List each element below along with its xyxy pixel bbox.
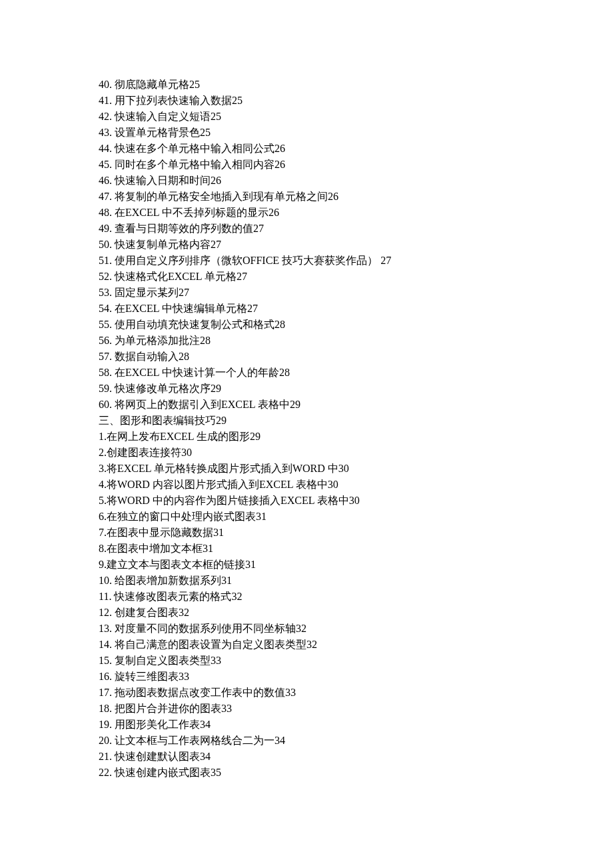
toc-entry: 10. 给图表增加新数据系列31 — [99, 573, 613, 589]
toc-entry: 53. 固定显示某列27 — [99, 285, 613, 301]
toc-entry: 4.将WORD 内容以图片形式插入到EXCEL 表格中30 — [99, 477, 613, 493]
toc-entry: 15. 复制自定义图表类型33 — [99, 653, 613, 669]
toc-entry: 43. 设置单元格背景色25 — [99, 125, 613, 141]
toc-entry: 51. 使用自定义序列排序（微软OFFICE 技巧大赛获奖作品） 27 — [99, 253, 613, 269]
toc-entry: 21. 快速创建默认图表34 — [99, 749, 613, 765]
toc-entry: 41. 用下拉列表快速输入数据25 — [99, 93, 613, 109]
toc-entry: 19. 用图形美化工作表34 — [99, 717, 613, 733]
toc-entry: 17. 拖动图表数据点改变工作表中的数值33 — [99, 685, 613, 701]
toc-entry: 1.在网上发布EXCEL 生成的图形29 — [99, 429, 613, 445]
toc-entry: 16. 旋转三维图表33 — [99, 669, 613, 685]
toc-entry: 3.将EXCEL 单元格转换成图片形式插入到WORD 中30 — [99, 461, 613, 477]
toc-entry: 三、图形和图表编辑技巧29 — [99, 413, 613, 429]
toc-entry: 5.将WORD 中的内容作为图片链接插入EXCEL 表格中30 — [99, 493, 613, 509]
toc-entry: 54. 在EXCEL 中快速编辑单元格27 — [99, 301, 613, 317]
toc-entry: 20. 让文本框与工作表网格线合二为一34 — [99, 733, 613, 749]
toc-entry: 9.建立文本与图表文本框的链接31 — [99, 557, 613, 573]
toc-entry: 55. 使用自动填充快速复制公式和格式28 — [99, 317, 613, 333]
toc-entry: 8.在图表中增加文本框31 — [99, 541, 613, 557]
toc-entry: 48. 在EXCEL 中不丢掉列标题的显示26 — [99, 205, 613, 221]
toc-entry: 13. 对度量不同的数据系列使用不同坐标轴32 — [99, 621, 613, 637]
toc-entry: 49. 查看与日期等效的序列数的值27 — [99, 221, 613, 237]
toc-entry: 47. 将复制的单元格安全地插入到现有单元格之间26 — [99, 189, 613, 205]
toc-entry: 44. 快速在多个单元格中输入相同公式26 — [99, 141, 613, 157]
toc-entry: 60. 将网页上的数据引入到EXCEL 表格中29 — [99, 397, 613, 413]
toc-entry: 40. 彻底隐藏单元格25 — [99, 77, 613, 93]
toc-entry: 45. 同时在多个单元格中输入相同内容26 — [99, 157, 613, 173]
toc-entry: 42. 快速输入自定义短语25 — [99, 109, 613, 125]
toc-entry: 59. 快速修改单元格次序29 — [99, 381, 613, 397]
toc-entry: 2.创建图表连接符30 — [99, 445, 613, 461]
toc-entry: 22. 快速创建内嵌式图表35 — [99, 765, 613, 781]
toc-entry: 18. 把图片合并进你的图表33 — [99, 701, 613, 717]
toc-entry: 14. 将自己满意的图表设置为自定义图表类型32 — [99, 637, 613, 653]
toc-entry: 12. 创建复合图表32 — [99, 605, 613, 621]
toc-entry: 11. 快速修改图表元素的格式32 — [99, 589, 613, 605]
table-of-contents: 40. 彻底隐藏单元格2541. 用下拉列表快速输入数据2542. 快速输入自定… — [99, 77, 613, 781]
toc-entry: 7.在图表中显示隐藏数据31 — [99, 525, 613, 541]
toc-entry: 52. 快速格式化EXCEL 单元格27 — [99, 269, 613, 285]
toc-entry: 58. 在EXCEL 中快速计算一个人的年龄28 — [99, 365, 613, 381]
toc-entry: 6.在独立的窗口中处理内嵌式图表31 — [99, 509, 613, 525]
toc-entry: 50. 快速复制单元格内容27 — [99, 237, 613, 253]
toc-entry: 57. 数据自动输入28 — [99, 349, 613, 365]
toc-entry: 56. 为单元格添加批注28 — [99, 333, 613, 349]
document-page: 40. 彻底隐藏单元格2541. 用下拉列表快速输入数据2542. 快速输入自定… — [0, 0, 613, 868]
toc-entry: 46. 快速输入日期和时间26 — [99, 173, 613, 189]
